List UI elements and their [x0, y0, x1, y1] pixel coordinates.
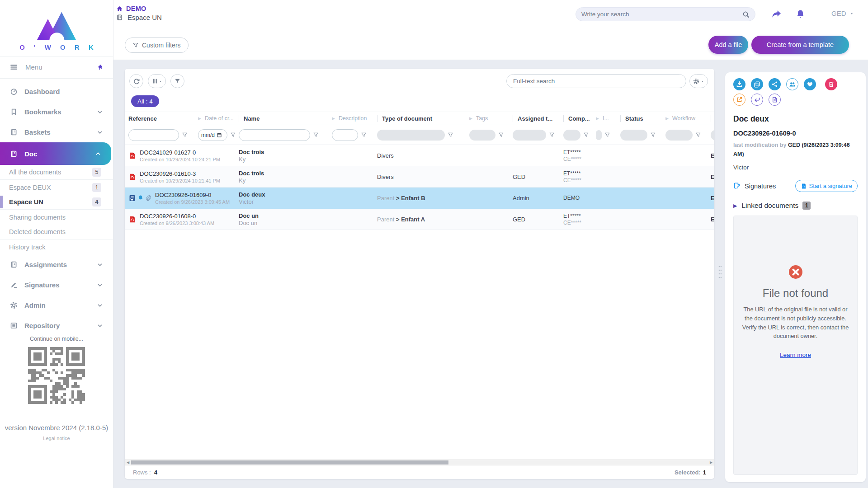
share-button[interactable] — [769, 78, 781, 90]
refresh-button[interactable] — [129, 74, 143, 88]
scrollbar-thumb[interactable] — [131, 460, 448, 465]
sidebar-item-deleted-documents[interactable]: Deleted documents — [0, 225, 113, 239]
open-external-button[interactable] — [733, 94, 745, 106]
funnel-icon — [132, 42, 139, 48]
sidebar-item-label: Doc — [24, 150, 95, 158]
hamburger-icon[interactable] — [10, 63, 18, 71]
table-settings-button[interactable] — [689, 74, 708, 88]
sidebar-item-bookmarks[interactable]: Bookmarks — [0, 102, 113, 122]
tags-filter-select[interactable] — [469, 130, 495, 141]
funnel-icon[interactable] — [230, 132, 236, 138]
assign-users-button[interactable] — [786, 78, 798, 90]
column-header-i[interactable]: ▶I... — [596, 112, 620, 125]
description-filter-input[interactable] — [332, 129, 358, 141]
sidebar-item-admin[interactable]: Admin — [0, 295, 113, 315]
legal-notice-link[interactable]: Legal notice — [43, 436, 70, 441]
column-header-workflow[interactable]: ▶Workflow — [665, 112, 711, 125]
scroll-right-arrow[interactable]: ▶ — [708, 460, 714, 465]
all-count-chip[interactable]: All : 4 — [131, 95, 159, 107]
clipped-cell: E — [711, 174, 714, 180]
reference-filter-input[interactable] — [128, 129, 179, 141]
scroll-left-arrow[interactable]: ◀ — [125, 460, 131, 465]
funnel-icon[interactable] — [549, 132, 555, 138]
chevron-down-icon — [97, 302, 103, 309]
sidebar-item-espace-un[interactable]: Espace UN 4 — [0, 195, 113, 210]
linked-documents-toggle[interactable]: ▶ Linked documents 1 — [733, 202, 858, 210]
columns-button[interactable] — [148, 74, 166, 88]
company-filter-select[interactable] — [563, 130, 580, 141]
learn-more-link[interactable]: Learn more — [780, 352, 811, 358]
global-search-input[interactable] — [581, 11, 742, 18]
document-properties-button[interactable] — [769, 94, 781, 106]
sidebar-item-dashboard[interactable]: Dashboard — [0, 81, 113, 102]
add-file-button[interactable]: Add a file — [708, 36, 748, 54]
app-logo[interactable]: O ' W O R K — [0, 0, 113, 56]
sidebar-item-espace-deux[interactable]: Espace DEUX 1 — [0, 180, 113, 195]
table-row-selected[interactable]: DOC230926-01609-0 Created on 9/26/2023 3… — [125, 188, 714, 209]
qr-code — [28, 347, 85, 404]
date-filter-input[interactable]: mm/d — [198, 129, 227, 141]
breadcrumb-home[interactable]: DEMO — [116, 5, 146, 12]
table-row[interactable]: DOC230926-01608-0 Created on 9/26/2023 3… — [125, 209, 714, 230]
download-button[interactable] — [733, 78, 745, 90]
sidebar-item-doc[interactable]: Doc — [0, 142, 111, 165]
horizontal-scrollbar[interactable]: ◀ ▶ — [125, 460, 714, 465]
column-header-assigned[interactable]: Assigned t... — [513, 112, 563, 125]
pin-icon[interactable] — [96, 64, 103, 71]
search-icon[interactable] — [742, 11, 750, 18]
funnel-icon[interactable] — [604, 132, 610, 138]
document-details-panel: Doc deux DOC230926-01609-0 last modifica… — [725, 72, 866, 482]
notifications-button[interactable] — [794, 8, 806, 20]
column-header-description[interactable]: ▶Description — [332, 112, 377, 125]
funnel-icon[interactable] — [650, 132, 656, 138]
return-button[interactable] — [751, 94, 763, 106]
delete-button[interactable] — [825, 78, 837, 90]
chevron-down-icon — [97, 323, 103, 329]
start-signature-button[interactable]: Start a signature — [795, 180, 858, 192]
column-header-y[interactable]: Y... — [711, 112, 714, 125]
logo-wordmark: O ' W O R K — [16, 43, 97, 51]
funnel-icon[interactable] — [695, 132, 701, 138]
sidebar-item-assignments[interactable]: Assignments — [0, 254, 113, 275]
share-button[interactable] — [770, 8, 782, 20]
funnel-icon[interactable] — [583, 132, 589, 138]
favorite-button[interactable] — [804, 78, 816, 90]
column-header-tags[interactable]: ▶Tags — [469, 112, 513, 125]
calendar-icon[interactable] — [217, 132, 222, 138]
column-header-type[interactable]: Type of document — [377, 112, 469, 125]
column-header-name[interactable]: Name — [239, 112, 332, 125]
column-header-status[interactable]: Status — [620, 112, 665, 125]
status-filter-select[interactable] — [620, 130, 647, 141]
funnel-icon[interactable] — [361, 132, 367, 138]
column-header-date[interactable]: ▶Date of cr... — [198, 112, 239, 125]
sidebar-item-all-documents[interactable]: All the documents 5 — [0, 165, 113, 180]
workflow-filter-select[interactable] — [665, 130, 693, 141]
duplicate-button[interactable] — [751, 78, 763, 90]
account-menu[interactable]: GED — [831, 9, 854, 17]
custom-filters-button[interactable]: Custom filters — [125, 38, 189, 53]
create-from-template-button[interactable]: Create from a template — [751, 36, 849, 54]
breadcrumb-space[interactable]: Espace UN — [116, 14, 162, 21]
funnel-icon[interactable] — [448, 132, 453, 138]
sidebar-item-sharing-documents[interactable]: Sharing documents — [0, 210, 113, 225]
column-header-reference[interactable]: Reference — [128, 112, 198, 125]
funnel-icon[interactable] — [498, 132, 504, 138]
table-row[interactable]: DOC241029-01627-0 Created on 10/29/2024 … — [125, 145, 714, 166]
filter-button[interactable] — [170, 74, 184, 88]
sidebar-item-baskets[interactable]: Baskets — [0, 122, 113, 142]
sidebar-item-repository[interactable]: Repository — [0, 315, 113, 336]
table-row[interactable]: DOC230926-01610-3 Created on 10/29/2024 … — [125, 166, 714, 188]
type-filter-select[interactable] — [377, 130, 445, 141]
sidebar-item-history-track[interactable]: History track — [0, 239, 113, 254]
sidebar-item-signatures[interactable]: Signatures — [0, 275, 113, 295]
y-filter-select[interactable] — [711, 130, 714, 141]
funnel-icon[interactable] — [182, 132, 188, 138]
panel-resize-handle[interactable] — [718, 263, 722, 282]
fulltext-search-input[interactable] — [513, 78, 679, 84]
columns-icon — [152, 78, 159, 84]
column-header-company[interactable]: Comp... — [563, 112, 596, 125]
i-filter-select[interactable] — [596, 130, 602, 140]
funnel-icon[interactable] — [313, 132, 319, 138]
name-filter-input[interactable] — [239, 129, 310, 141]
assigned-filter-select[interactable] — [513, 130, 546, 141]
